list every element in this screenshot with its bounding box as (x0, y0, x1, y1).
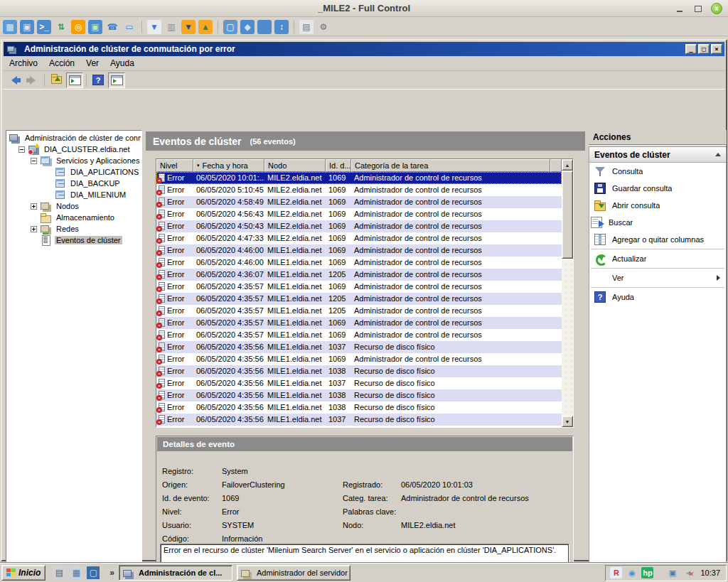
tree-item-dia-backup[interactable]: DIA_BACKUP (7, 178, 141, 189)
tree-expander[interactable] (18, 146, 25, 153)
event-row[interactable]: ×Error 06/05/2020 4:35:57 MILE1.eldia.ne… (156, 317, 562, 329)
scale-view-icon[interactable]: ▢ (223, 20, 237, 34)
transfer-arrows-icon[interactable]: ⇅ (54, 20, 68, 34)
column-header-4[interactable]: Categoría de la tarea (351, 159, 550, 172)
task-server-manager[interactable]: Administrador del servidor (237, 565, 350, 581)
clone-window-icon[interactable]: ▤ (299, 20, 314, 34)
host-restore-button[interactable] (692, 3, 704, 14)
event-row[interactable]: ×Error 06/05/2020 4:50:43 MILE2.eldia.ne… (156, 220, 562, 232)
event-row[interactable]: ×Error 06/05/2020 4:58:49 MILE2.eldia.ne… (156, 196, 562, 208)
menu-ayuda[interactable]: Ayuda (105, 57, 140, 70)
menu-acción[interactable]: Acción (43, 57, 80, 70)
phone-icon[interactable]: ☎ (105, 20, 119, 34)
event-row[interactable]: ×Error 06/05/2020 4:56:43 MILE2.eldia.ne… (156, 208, 562, 220)
network-tray-icon[interactable]: ▣ (666, 567, 678, 578)
column-header-2[interactable]: Nodo (264, 159, 326, 172)
menu-archivo[interactable]: Archivo (4, 57, 43, 70)
action-actualizar[interactable]: Actualizar (589, 250, 726, 267)
show-console-tree-button[interactable] (66, 72, 83, 88)
start-button[interactable]: Inicio (1, 565, 46, 581)
tree-expander[interactable] (31, 203, 37, 210)
network-status-tray-icon[interactable]: ◉ (626, 567, 638, 578)
event-row[interactable]: ×Error 06/05/2020 4:35:56 MILE1.eldia.ne… (156, 353, 562, 365)
forward-button[interactable] (24, 72, 41, 88)
event-row[interactable]: ×Error 06/05/2020 10:01:... MILE2.eldia.… (156, 172, 562, 184)
failover-cluster-icon[interactable]: ▦ (70, 566, 82, 579)
scroll-down-button[interactable]: ▼ (562, 416, 573, 427)
event-row[interactable]: ×Error 06/05/2020 4:35:57 MILE1.eldia.ne… (156, 293, 562, 305)
quick-launch-overflow-chevron[interactable]: » (109, 568, 114, 578)
tree-expander[interactable] (31, 226, 37, 232)
vnc-server-tray-icon[interactable]: R (610, 567, 622, 578)
action-ayuda[interactable]: Ayuda (589, 289, 726, 306)
action-agregar-quitar-columnas[interactable]: Agregar o quitar columnas (589, 231, 726, 248)
hp-tray-icon[interactable]: hp (641, 567, 653, 578)
event-row[interactable]: ×Error 06/05/2020 4:46:00 MILE1.eldia.ne… (156, 244, 562, 257)
terminal-icon[interactable]: >_ (37, 20, 51, 34)
tree-item-dia-cluster[interactable]: DIA_CLUSTER.eldia.net (7, 144, 141, 155)
scrollbar-track[interactable] (562, 259, 573, 416)
event-row[interactable]: ×Error 06/05/2020 4:35:56 MILE1.eldia.ne… (156, 365, 562, 377)
event-row[interactable]: ×Error 06/05/2020 4:46:00 MILE1.eldia.ne… (156, 257, 562, 269)
column-header-filler[interactable] (550, 159, 562, 172)
send-keys-icon[interactable]: ▣ (88, 20, 102, 34)
event-row[interactable]: ×Error 06/05/2020 4:36:07 MILE1.eldia.ne… (156, 269, 562, 281)
event-row[interactable]: ×Error 06/05/2020 4:35:56 MILE1.eldia.ne… (156, 414, 562, 426)
fullscreen-icon[interactable]: ◆ (240, 20, 255, 34)
tree-item-nodos[interactable]: Nodos (7, 200, 141, 212)
task-cluster-admin[interactable]: Administración de cl... (119, 565, 232, 581)
tree-item-almacenamiento[interactable]: Almacenamiento (7, 212, 141, 223)
tree-item-dia-aplications[interactable]: DIA_APLICATIONS (7, 166, 141, 178)
fit-height-icon[interactable]: ↕ (274, 20, 289, 34)
server-manager-icon[interactable]: ▤ (53, 566, 65, 579)
event-row[interactable]: ×Error 06/05/2020 4:35:57 MILE1.eldia.ne… (156, 305, 562, 317)
mmc-maximize-button[interactable]: □ (698, 44, 710, 54)
event-row[interactable]: ×Error 06/05/2020 4:35:57 MILE1.eldia.ne… (156, 281, 562, 293)
event-row[interactable]: ×Error 06/05/2020 4:35:56 MILE1.eldia.ne… (156, 377, 562, 389)
mmc-close-button[interactable]: × (711, 44, 722, 54)
new-connection-icon[interactable]: ▣ (20, 20, 34, 34)
volume-muted-tray-icon[interactable]: ◄✕ (682, 567, 694, 578)
scrollbar-thumb[interactable] (562, 171, 573, 259)
ctrl-alt-del-icon[interactable]: ◎ (71, 20, 85, 34)
tree-expander[interactable] (31, 158, 37, 164)
event-row[interactable]: ×Error 06/05/2020 4:35:56 MILE1.eldia.ne… (156, 402, 562, 414)
up-one-level-button[interactable] (48, 72, 65, 88)
window-view-icon[interactable] (257, 20, 272, 34)
tools-icon[interactable]: ⚙ (316, 20, 331, 34)
action-ver[interactable]: Ver (589, 269, 726, 286)
show-desktop-icon[interactable]: ▢ (87, 566, 100, 579)
event-row[interactable]: ×Error 06/05/2020 4:35:56 MILE1.eldia.ne… (156, 389, 562, 402)
mmc-titlebar[interactable]: Administración de clúster de conmutación… (4, 42, 724, 56)
tree-item-root[interactable]: Administración de clúster de conmu (7, 132, 141, 144)
tree-item-redes[interactable]: Redes (7, 223, 141, 235)
event-row[interactable]: ×Error 06/05/2020 4:35:56 MILE1.eldia.ne… (156, 341, 562, 353)
event-row[interactable]: ×Error 06/05/2020 4:35:57 MILE1.eldia.ne… (156, 329, 562, 341)
event-row[interactable]: ×Error 06/05/2020 5:10:45 MILE2.eldia.ne… (156, 184, 562, 196)
column-header-3[interactable]: Id. d... (326, 159, 351, 172)
menu-ver[interactable]: Ver (80, 57, 105, 70)
action-abrir-consulta[interactable]: Abrir consulta (589, 197, 726, 214)
download-box-icon[interactable]: ▼ (181, 20, 196, 34)
column-header-1[interactable]: ▾Fecha y hora (193, 159, 264, 172)
file-upload-icon[interactable]: ▼ (147, 20, 161, 34)
scroll-up-button[interactable]: ▲ (562, 159, 573, 171)
upload-box-icon[interactable]: ▲ (198, 20, 213, 34)
chat-icon[interactable]: ▭ (122, 20, 136, 34)
action-buscar[interactable]: Buscar (589, 214, 726, 231)
show-action-pane-button[interactable] (108, 72, 125, 88)
tree-item-servicios-aplicaciones[interactable]: Servicios y Aplicaciones (7, 155, 141, 166)
action-consulta[interactable]: Consulta (589, 163, 726, 180)
events-vertical-scrollbar[interactable]: ▲ ▼ (562, 159, 573, 427)
action-guardar-consulta[interactable]: Guardar consulta (589, 180, 726, 197)
event-row[interactable]: ×Error 06/05/2020 4:47:33 MILE2.eldia.ne… (156, 232, 562, 244)
mmc-minimize-button[interactable]: _ (685, 44, 697, 54)
display-config-icon[interactable]: ▦ (3, 20, 17, 34)
tree-item-dia-milenium[interactable]: DIA_MILENIUM (7, 189, 141, 200)
host-close-button[interactable]: × (711, 3, 722, 14)
host-minimize-button[interactable] (674, 3, 685, 14)
help-button[interactable]: ? (90, 72, 107, 88)
actions-section-header[interactable]: Eventos de clúster (589, 147, 726, 163)
back-button[interactable] (6, 72, 23, 88)
tree-item-eventos-de-cluster[interactable]: Eventos de clúster (7, 235, 141, 246)
